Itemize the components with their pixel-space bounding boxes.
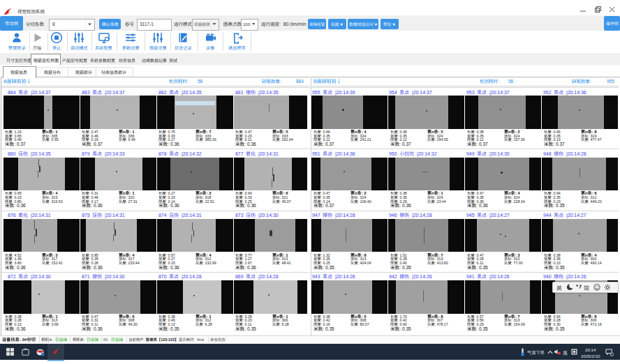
svg-text:0.35: 0.35	[325, 326, 334, 331]
svg-text:953: 953	[466, 90, 475, 95]
svg-text:0.37: 0.37	[325, 142, 334, 146]
svg-text:|20:14:26: |20:14:26	[335, 274, 355, 280]
svg-text:875: 875	[82, 213, 90, 218]
svg-text:478.17: 478.17	[436, 322, 448, 326]
svg-text:0.35: 0.35	[325, 265, 334, 270]
svg-text:413.60: 413.60	[436, 261, 448, 265]
svg-text::: :	[590, 79, 591, 84]
svg-text:0.35: 0.35	[401, 326, 411, 331]
svg-text:951: 951	[312, 151, 320, 156]
svg-text:0.37: 0.37	[479, 142, 488, 146]
svg-text:0.36: 0.36	[94, 326, 103, 331]
svg-text:6.28: 6.28	[282, 322, 289, 326]
svg-text:|20:14:31: |20:14:31	[258, 151, 279, 157]
svg-text:943: 943	[312, 274, 320, 279]
svg-text:106.40: 106.40	[360, 199, 371, 204]
svg-text:A: A	[3, 79, 7, 84]
svg-text:947: 947	[312, 213, 320, 218]
svg-text:0.35: 0.35	[479, 326, 488, 331]
svg-text:|20:14:26: |20:14:26	[566, 274, 586, 280]
svg-text::: :	[226, 338, 227, 342]
svg-text:877: 877	[235, 151, 244, 156]
svg-text:8: 8	[52, 22, 55, 26]
svg-text:80.07: 80.07	[360, 322, 369, 326]
svg-text:27.31: 27.31	[128, 199, 138, 204]
svg-text:|20:14:28: |20:14:28	[566, 151, 586, 157]
svg-text:955: 955	[607, 79, 614, 84]
svg-text:|20:14:35: |20:14:35	[182, 90, 202, 96]
svg-text:|20:14:27: |20:14:27	[489, 213, 510, 218]
svg-text:6.28: 6.28	[205, 322, 212, 326]
svg-text:881: 881	[235, 90, 244, 95]
svg-text::: :	[187, 79, 189, 84]
svg-text:878: 878	[158, 151, 167, 156]
svg-text:0.35: 0.35	[170, 326, 179, 331]
svg-text:0.36: 0.36	[247, 265, 256, 270]
svg-text:880: 880	[8, 151, 16, 156]
svg-text:233.44: 233.44	[128, 261, 140, 265]
svg-text:0.36: 0.36	[94, 203, 103, 208]
svg-text:|20:14:28: |20:14:28	[335, 213, 355, 218]
svg-text:|20:14:31: |20:14:31	[31, 213, 51, 218]
svg-text:0.37: 0.37	[325, 203, 334, 208]
svg-text:|20:14:37: |20:14:37	[31, 90, 51, 96]
svg-text:0.36: 0.36	[17, 203, 26, 208]
svg-text:294.55: 294.55	[436, 137, 448, 142]
svg-text:941: 941	[466, 274, 475, 279]
svg-text:228.34: 228.34	[513, 199, 524, 204]
svg-text:45.07: 45.07	[282, 199, 291, 204]
svg-text:869: 869	[235, 274, 244, 279]
svg-text:874: 874	[158, 213, 167, 218]
svg-text:0.37: 0.37	[17, 142, 26, 146]
svg-text:|20:14:31: |20:14:31	[182, 213, 202, 218]
svg-text:22.52: 22.52	[205, 199, 214, 204]
svg-text:949: 949	[466, 151, 475, 156]
svg-text:|20:14:31: |20:14:31	[105, 213, 125, 218]
svg-text:870: 870	[158, 274, 167, 279]
svg-text:|20:14:32: |20:14:32	[182, 151, 202, 157]
svg-text:2025/2/10: 2025/2/10	[581, 354, 600, 358]
svg-text:|20:14:39: |20:14:39	[335, 90, 355, 96]
svg-text:|20:14:33: |20:14:33	[105, 151, 125, 157]
svg-text:0.36: 0.36	[170, 142, 179, 146]
svg-text:944: 944	[543, 213, 552, 218]
svg-text:|20:14:37: |20:14:37	[412, 90, 432, 96]
svg-text:|20:14:28: |20:14:28	[258, 274, 279, 280]
svg-text:946: 946	[389, 213, 397, 218]
svg-text:446.20: 446.20	[590, 199, 601, 204]
svg-text:0.36: 0.36	[247, 142, 256, 146]
svg-text:46.30: 46.30	[128, 322, 138, 326]
svg-text:20:14: 20:14	[585, 347, 596, 352]
svg-text:873: 873	[235, 213, 244, 218]
svg-text:|20:14:36: |20:14:36	[566, 90, 586, 96]
svg-text:|20:14:30: |20:14:30	[489, 151, 510, 157]
svg-text:152.41: 152.41	[52, 261, 63, 265]
svg-text:490.14: 490.14	[590, 261, 601, 265]
svg-text:0.36: 0.36	[479, 203, 488, 208]
svg-text:|20:14:32: |20:14:32	[417, 151, 437, 157]
svg-text:|20:14:37: |20:14:37	[489, 90, 510, 96]
svg-text:3117-1: 3117-1	[140, 22, 154, 26]
svg-text:942: 942	[389, 274, 397, 279]
svg-text:|20:14:30: |20:14:30	[258, 213, 279, 218]
svg-text:0.35: 0.35	[247, 326, 256, 331]
svg-text:241.21: 241.21	[360, 137, 371, 142]
svg-text:A:: A:	[50, 338, 54, 342]
svg-text:|20:14:35: |20:14:35	[31, 151, 51, 157]
svg-text:950: 950	[389, 151, 397, 156]
svg-text:0.35: 0.35	[401, 265, 411, 270]
svg-text:876: 876	[8, 213, 16, 218]
svg-text:|20:14:26: |20:14:26	[489, 274, 510, 280]
svg-text:879: 879	[82, 151, 90, 156]
svg-text:|20:14:35: |20:14:35	[258, 90, 279, 96]
svg-text:|20:14:28: |20:14:28	[182, 274, 202, 280]
svg-text:0.36: 0.36	[17, 265, 26, 270]
svg-text:0.35: 0.35	[556, 203, 565, 208]
svg-text:0.36: 0.36	[170, 265, 179, 270]
svg-text:871: 871	[82, 274, 90, 279]
svg-text:472.16: 472.16	[590, 322, 601, 326]
svg-text:58: 58	[198, 79, 203, 84]
svg-text:884: 884	[296, 79, 304, 84]
svg-text:883: 883	[82, 90, 90, 95]
svg-text:940: 940	[543, 274, 552, 279]
